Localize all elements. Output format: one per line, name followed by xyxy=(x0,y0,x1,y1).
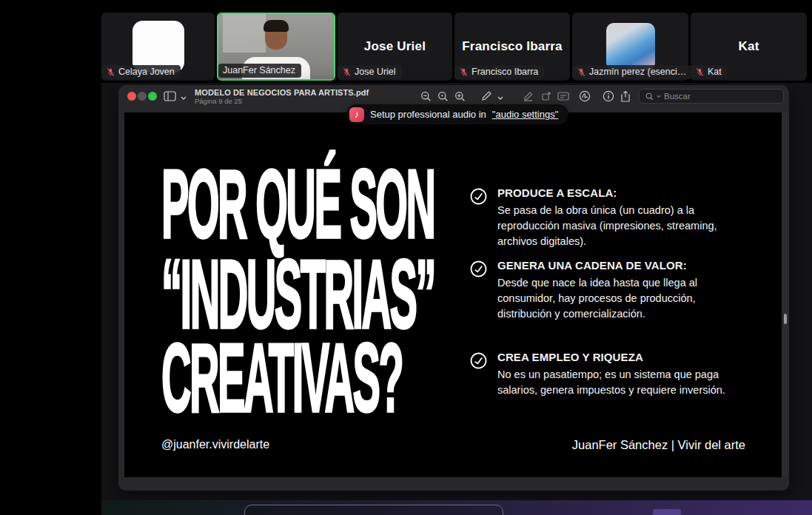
search-placeholder: Buscar xyxy=(664,92,691,101)
check-circle-icon xyxy=(469,260,488,278)
zoom-out-icon[interactable] xyxy=(419,90,432,103)
slide-footer-credit: JuanFer Sánchez | Vivir del arte xyxy=(572,438,745,452)
text-annotation-icon[interactable] xyxy=(557,90,570,103)
close-window-button[interactable] xyxy=(127,92,136,101)
check-circle-icon xyxy=(469,351,488,370)
bullet-title: PRODUCE A ESCALA: xyxy=(497,186,742,199)
minimize-window-button[interactable] xyxy=(138,92,147,101)
chevron-down-icon[interactable] xyxy=(177,92,190,105)
slide-bullet-item: CREA EMPLEO Y RIQUEZA No es un pasatiemp… xyxy=(469,351,745,398)
audio-setup-banner: ♪ Setup professional audio in "audio set… xyxy=(346,104,568,124)
participant-name: Jose Uriel xyxy=(355,67,396,77)
participant-tile-jose[interactable]: Jose Uriel Jose Uriel xyxy=(338,13,452,81)
slide-bullet-item: GENERA UNA CADENA DE VALOR: Desde que na… xyxy=(469,259,745,322)
participant-name: JuanFer Sánchez xyxy=(223,65,295,75)
participant-name-pill: Kat xyxy=(691,65,728,79)
avatar xyxy=(606,23,655,70)
participant-name: Kat xyxy=(708,67,722,77)
background-window-strip xyxy=(101,500,812,515)
page-indicator: Página 9 de 25 xyxy=(195,98,369,105)
participant-name: Jazmín perez (esenci… xyxy=(589,67,686,77)
document-title: MODELO DE NEGOCIOS PARA ARTISTS.pdf xyxy=(195,88,369,97)
search-chevron-icon xyxy=(657,95,661,98)
bullet-body: Desde que nace la idea hasta que llega a… xyxy=(497,275,742,322)
mic-muted-icon xyxy=(459,67,469,77)
participant-tile-celaya[interactable]: Celaya Joven xyxy=(101,13,215,81)
markup-chevron-icon[interactable] xyxy=(494,92,507,105)
scrollbar-track[interactable] xyxy=(782,112,789,477)
participant-tile-kat[interactable]: Kat Kat xyxy=(691,13,807,81)
signature-icon[interactable] xyxy=(578,90,591,103)
mic-muted-icon xyxy=(695,67,705,77)
participant-name-pill: Jose Uriel xyxy=(338,65,402,79)
zoom-actual-size-icon[interactable] xyxy=(436,90,449,103)
background-pill-shape xyxy=(244,505,503,515)
participant-name: Celaya Joven xyxy=(118,67,175,77)
participant-name-pill: Francisco Ibarra xyxy=(454,65,544,79)
background-button-shape xyxy=(653,509,681,515)
participant-name: Francisco Ibarra xyxy=(472,67,538,77)
slide-headline-line-3: CREATIVAS? xyxy=(161,322,402,434)
mic-muted-icon xyxy=(106,67,115,77)
participant-tile-francisco[interactable]: Francisco Ibarra Francisco Ibarra xyxy=(454,13,570,81)
scrollbar-thumb[interactable] xyxy=(784,314,787,324)
zoom-window-button[interactable] xyxy=(148,92,157,101)
share-icon[interactable] xyxy=(619,90,632,103)
search-icon xyxy=(645,92,654,101)
info-icon[interactable] xyxy=(602,90,615,103)
crop-icon[interactable] xyxy=(540,90,553,103)
highlight-icon[interactable] xyxy=(521,90,534,103)
participant-name-pill: JuanFer Sánchez xyxy=(218,64,301,78)
mic-muted-icon xyxy=(577,67,586,77)
window-bottom-margin xyxy=(118,477,789,491)
bullet-title: CREA EMPLEO Y RIQUEZA xyxy=(497,351,742,363)
banner-text: Setup professional audio in xyxy=(370,109,486,120)
participant-name-pill: Jazmín perez (esenci… xyxy=(572,65,692,79)
search-input[interactable]: Buscar xyxy=(639,89,784,104)
participant-name-pill: Celaya Joven xyxy=(101,65,181,79)
check-circle-icon xyxy=(469,187,488,206)
bullet-title: GENERA UNA CADENA DE VALOR: xyxy=(497,259,742,272)
audio-settings-link[interactable]: "audio settings" xyxy=(492,109,558,120)
participant-tile-jazmin[interactable]: Jazmín perez (esenci… xyxy=(572,13,688,81)
markup-pencil-icon[interactable] xyxy=(480,90,493,103)
mic-muted-icon xyxy=(342,67,352,77)
pdf-slide-page: POR QUÉ SON “INDUSTRIAS” CREATIVAS? PROD… xyxy=(124,112,782,477)
slide-footer-handle: @juanfer.vivirdelarte xyxy=(161,438,269,451)
bullet-body: No es un pasatiempo; es un sistema que p… xyxy=(497,367,742,398)
slide-bullet-item: PRODUCE A ESCALA: Se pasa de la obra úni… xyxy=(469,186,745,249)
document-title-block: MODELO DE NEGOCIOS PARA ARTISTS.pdf Pági… xyxy=(195,88,369,106)
zoom-in-icon[interactable] xyxy=(453,90,466,103)
bullet-body: Se pasa de la obra única (un cuadro) a l… xyxy=(497,203,742,249)
music-note-icon: ♪ xyxy=(349,107,364,122)
sidebar-toggle-icon[interactable] xyxy=(163,90,176,103)
participant-tile-juanfer-active-speaker[interactable]: JuanFer Sánchez xyxy=(217,13,335,81)
screen: Celaya Joven JuanFer Sánchez Jose Uriel … xyxy=(0,0,812,515)
pdf-preview-window: MODELO DE NEGOCIOS PARA ARTISTS.pdf Pági… xyxy=(118,85,789,491)
